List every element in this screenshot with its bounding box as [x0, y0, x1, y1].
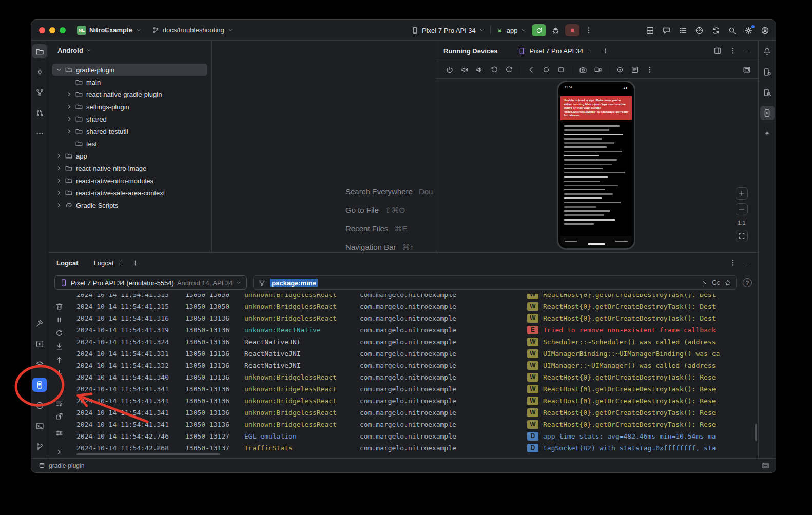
- filter-help-button[interactable]: ?: [743, 278, 752, 287]
- device-frame-toggle-button[interactable]: [743, 66, 751, 74]
- horizontal-scrollbar[interactable]: [76, 453, 220, 455]
- tree-item-gradle-plugin[interactable]: gradle-plugin: [52, 64, 207, 76]
- match-case-toggle[interactable]: Cc: [712, 279, 720, 286]
- structure-tool-button[interactable]: [32, 85, 47, 100]
- tree-expand-toggle[interactable]: [54, 177, 64, 184]
- log-row[interactable]: 2024-10-14 11:54:41.34113050-13136unknow…: [70, 419, 758, 430]
- zoom-in-button[interactable]: [736, 187, 748, 200]
- logcat-device-selector[interactable]: Pixel 7 Pro API 34 (emulator-5554) Andro…: [54, 275, 247, 290]
- layout-inspector-button[interactable]: [646, 26, 654, 35]
- layout-inspector-tool-button[interactable]: [760, 85, 775, 100]
- device-manager-tool-button[interactable]: [760, 65, 775, 79]
- layout-options-button[interactable]: [713, 47, 722, 55]
- logcat-tool-button[interactable]: [32, 378, 47, 392]
- zoom-fit-button[interactable]: [736, 230, 748, 242]
- sliders-button[interactable]: [55, 429, 64, 438]
- log-row[interactable]: 2024-10-14 11:54:41.31513050-13050unknow…: [70, 294, 758, 301]
- device-tab[interactable]: Pixel 7 Pro API 34: [518, 47, 592, 55]
- scroll-end-button[interactable]: [55, 342, 64, 351]
- running-devices-tool-button[interactable]: [760, 106, 775, 120]
- tree-expand-toggle[interactable]: [65, 128, 74, 135]
- settings-button[interactable]: [744, 26, 753, 35]
- tree-item-react-native-safe-area-context[interactable]: react-native-safe-area-context: [52, 187, 207, 199]
- build-tool-button[interactable]: [32, 316, 47, 330]
- logcat-options-button[interactable]: [729, 259, 737, 267]
- log-row[interactable]: 2024-10-14 11:54:42.74613050-13127EGL_em…: [70, 430, 758, 442]
- log-row[interactable]: 2024-10-14 11:54:41.33113050-13136ReactN…: [70, 348, 758, 360]
- record-button[interactable]: [594, 66, 602, 74]
- tree-item-shared[interactable]: shared: [52, 113, 207, 125]
- project-view-selector[interactable]: Android: [48, 41, 211, 60]
- tree-expand-toggle[interactable]: [65, 91, 74, 98]
- more-actions-button[interactable]: [585, 26, 593, 34]
- export-button[interactable]: [55, 412, 64, 421]
- hide-logcat-button[interactable]: [744, 259, 752, 267]
- commit-tool-button[interactable]: [32, 65, 47, 79]
- arrow-down-button[interactable]: [55, 369, 64, 378]
- run-tool-button[interactable]: [32, 336, 47, 351]
- log-row[interactable]: 2024-10-14 11:54:41.31913050-13136unknow…: [70, 324, 758, 336]
- tree-item-test[interactable]: test: [52, 137, 207, 150]
- log-row[interactable]: 2024-10-14 11:54:41.34113050-13136unknow…: [70, 395, 758, 407]
- log-row[interactable]: 2024-10-14 11:54:41.31613050-13136unknow…: [70, 312, 758, 324]
- tree-item-react-native-nitro-image[interactable]: react-native-nitro-image: [52, 162, 207, 174]
- wrap-button[interactable]: [55, 399, 64, 407]
- log-row[interactable]: 2024-10-14 11:54:41.33213050-13136ReactN…: [70, 360, 758, 371]
- zoom-out-button[interactable]: [736, 203, 748, 215]
- more-tools-tool-button[interactable]: [32, 126, 47, 141]
- tree-item-main[interactable]: main: [52, 76, 207, 88]
- project-selector[interactable]: NE NitroExample: [77, 26, 142, 35]
- rotate-cw-button[interactable]: [505, 66, 513, 74]
- run-configuration-selector[interactable]: app: [496, 27, 527, 34]
- emulator-screen[interactable]: 11:54 ▴▮ Unable to load script. Make sur…: [560, 84, 632, 246]
- snapshot-button[interactable]: [616, 66, 624, 74]
- log-row[interactable]: 2024-10-14 11:54:41.34113050-13136unknow…: [70, 383, 758, 395]
- version-control-tool-button[interactable]: [32, 439, 47, 453]
- problems-tool-button[interactable]: [32, 398, 47, 412]
- ai-assistant-button[interactable]: [662, 26, 671, 35]
- tree-expand-toggle[interactable]: [54, 189, 64, 196]
- minimize-window-button[interactable]: [49, 27, 55, 33]
- restart-button[interactable]: [55, 329, 64, 338]
- close-window-button[interactable]: [39, 27, 45, 33]
- panel-options-button[interactable]: [729, 47, 737, 55]
- tree-expand-toggle[interactable]: [54, 152, 64, 160]
- tree-expand-toggle[interactable]: [65, 103, 74, 110]
- tree-item-react-native-gradle-plugin[interactable]: react-native-gradle-plugin: [52, 88, 207, 101]
- pause-button[interactable]: [55, 315, 64, 324]
- logcat-tab[interactable]: Logcat: [94, 259, 123, 267]
- log-row[interactable]: 2024-10-14 11:54:41.34013050-13136unknow…: [70, 371, 758, 383]
- statusbar-frame-button[interactable]: [762, 462, 769, 469]
- tree-item-Gradle Scripts[interactable]: Gradle Scripts: [52, 199, 207, 211]
- tree-expand-toggle[interactable]: [65, 115, 74, 123]
- debug-button[interactable]: [551, 26, 560, 35]
- search-button[interactable]: [728, 26, 737, 35]
- vertical-scrollbar[interactable]: [755, 424, 757, 441]
- vol-up-button[interactable]: [460, 66, 469, 74]
- add-device-tab-button[interactable]: [602, 47, 609, 55]
- home-button[interactable]: [542, 66, 550, 74]
- tree-expand-toggle[interactable]: [54, 202, 64, 209]
- branch-selector[interactable]: docs/troubleshooting: [152, 26, 234, 34]
- terminal-tool-button[interactable]: [32, 419, 47, 433]
- log-row[interactable]: 2024-10-14 11:54:41.34113050-13136unknow…: [70, 407, 758, 419]
- project-tool-button[interactable]: [32, 44, 47, 58]
- close-tab-button[interactable]: [587, 48, 592, 54]
- recents-button[interactable]: [557, 66, 565, 74]
- task-list-button[interactable]: [679, 26, 687, 35]
- add-logcat-tab-button[interactable]: [131, 259, 139, 267]
- tree-expand-toggle[interactable]: [54, 66, 64, 73]
- tree-item-settings-plugin[interactable]: settings-plugin: [52, 101, 207, 113]
- power-button[interactable]: [446, 66, 454, 74]
- favorite-filter-button[interactable]: [724, 279, 731, 286]
- emulator-device[interactable]: 11:54 ▴▮ Unable to load script. Make sur…: [557, 81, 635, 250]
- trash-button[interactable]: [55, 302, 64, 311]
- rerun-button[interactable]: [532, 24, 546, 36]
- zoom-window-button[interactable]: [60, 27, 66, 33]
- log-row[interactable]: 2024-10-14 11:54:41.31513050-13050unknow…: [70, 301, 758, 312]
- tree-expand-toggle[interactable]: [54, 165, 64, 172]
- arrow-up-button[interactable]: [55, 355, 64, 364]
- vol-down-button[interactable]: [475, 66, 484, 74]
- hide-panel-button[interactable]: [744, 47, 752, 55]
- notifications-tool-button[interactable]: [760, 44, 775, 58]
